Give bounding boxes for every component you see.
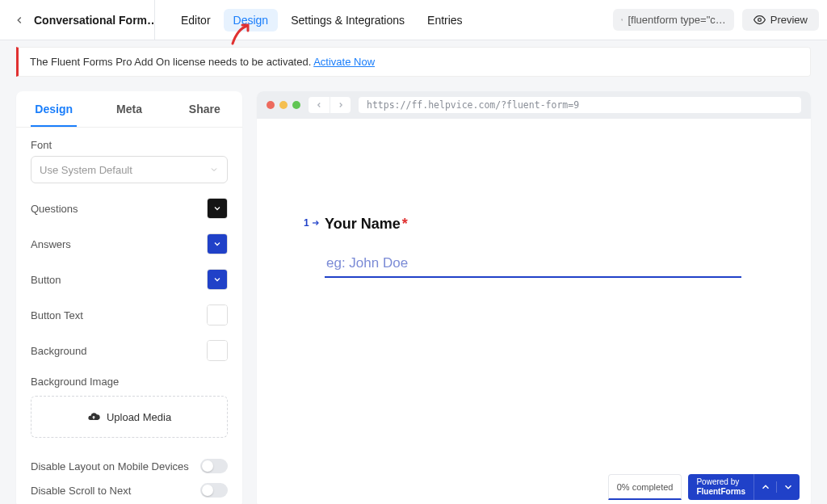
activate-link[interactable]: Activate Now — [313, 56, 375, 68]
shortcode-chip[interactable]: [fluentform type="c… — [613, 9, 734, 31]
chevron-down-icon — [209, 165, 219, 174]
toggle-mobile-label: Disable Layout on Mobile Devices — [31, 460, 189, 472]
side-tab-meta[interactable]: Meta — [91, 91, 166, 127]
answer-input[interactable] — [325, 250, 741, 278]
button-text-label: Button Text — [31, 309, 83, 321]
button-label: Button — [31, 274, 61, 286]
nav-back[interactable] — [309, 97, 330, 113]
upload-media-button[interactable]: Upload Media — [31, 396, 228, 438]
tab-editor[interactable]: Editor — [171, 9, 220, 32]
questions-label: Questions — [31, 203, 78, 215]
arrow-right-icon — [311, 218, 321, 228]
tab-design[interactable]: Design — [224, 9, 279, 32]
url-bar[interactable]: https://ff.helpvice.com/?fluent-form=9 — [359, 97, 801, 113]
copy-icon — [621, 15, 623, 25]
font-select[interactable]: Use System Default — [31, 156, 228, 183]
side-tab-design[interactable]: Design — [16, 91, 91, 127]
question-title: Your Name* — [325, 216, 762, 233]
form-title: Conversational Form… — [34, 0, 155, 40]
tab-settings[interactable]: Settings & Integrations — [281, 9, 414, 32]
tab-entries[interactable]: Entries — [418, 9, 472, 32]
window-close-dot — [267, 101, 275, 109]
font-value: Use System Default — [40, 164, 132, 176]
shortcode-text: [fluentform type="c… — [628, 14, 725, 26]
powered-by[interactable]: Powered by FluentForms — [688, 474, 754, 500]
form-preview: https://ff.helpvice.com/?fluent-form=9 1… — [257, 91, 811, 504]
questions-color[interactable] — [207, 198, 228, 219]
nav-forward[interactable] — [330, 97, 351, 113]
toggle-scroll-label: Disable Scroll to Next — [31, 485, 131, 497]
prev-question[interactable] — [754, 481, 777, 493]
background-label: Background — [31, 345, 86, 357]
window-min-dot — [279, 101, 288, 109]
next-question[interactable] — [777, 481, 800, 493]
cloud-upload-icon — [87, 410, 100, 423]
topbar: Conversational Form… Editor Design Setti… — [0, 0, 827, 40]
eye-icon — [754, 14, 766, 26]
top-nav: Editor Design Settings & Integrations En… — [171, 9, 472, 32]
button-text-color[interactable] — [207, 304, 228, 326]
background-color[interactable] — [207, 340, 228, 361]
font-label: Font — [31, 139, 228, 151]
back-button[interactable] — [8, 9, 31, 32]
bg-image-label: Background Image — [31, 376, 228, 388]
button-color[interactable] — [207, 269, 228, 290]
toggle-scroll[interactable] — [200, 483, 228, 498]
browser-chrome: https://ff.helpvice.com/?fluent-form=9 — [257, 91, 811, 119]
answers-label: Answers — [31, 238, 71, 250]
license-alert: The Fluent Forms Pro Add On license need… — [16, 47, 811, 77]
preview-label: Preview — [770, 14, 808, 26]
alert-text: The Fluent Forms Pro Add On license need… — [30, 56, 313, 68]
answers-color[interactable] — [207, 233, 228, 254]
side-tab-share[interactable]: Share — [167, 91, 242, 127]
upload-label: Upload Media — [107, 411, 171, 423]
question-indicator: 1 — [304, 217, 321, 229]
design-sidebar: Design Meta Share Font Use System Defaul… — [16, 91, 242, 504]
required-mark: * — [402, 216, 408, 232]
question-stepper — [754, 474, 800, 500]
window-max-dot — [292, 101, 300, 109]
svg-point-2 — [758, 19, 761, 22]
question-number: 1 — [304, 217, 309, 229]
toggle-mobile[interactable] — [200, 459, 228, 473]
preview-button[interactable]: Preview — [742, 9, 819, 31]
progress-indicator: 0% completed — [608, 474, 682, 500]
